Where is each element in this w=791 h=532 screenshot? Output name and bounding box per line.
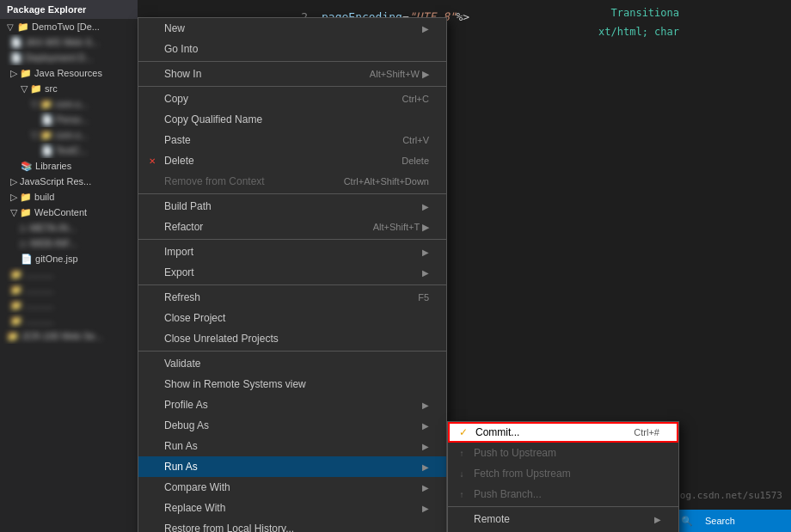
menu-item-restorelocal[interactable]: Restore from Local History...	[138, 518, 446, 532]
sidebar-item-webinf[interactable]: ▷ WEB-INF...	[0, 235, 138, 251]
menu-item-showremote[interactable]: Show in Remote Systems view	[138, 374, 446, 394]
menu-label-import: Import	[164, 246, 422, 258]
sidebar-item-testc[interactable]: 📄 TestC...	[0, 143, 138, 158]
buildpath-icon	[145, 199, 159, 213]
menu-label-validate: Validate	[164, 358, 429, 370]
menu-item-import[interactable]: Import ▶	[138, 242, 446, 262]
push-upstream-icon: ↑	[455, 446, 469, 460]
sidebar-item-label: ▽ 📁 WebContent	[10, 207, 87, 218]
sidebar-item-misc2[interactable]: 📁 ...........	[0, 282, 138, 297]
gointo-icon	[145, 42, 159, 56]
export-icon	[145, 266, 159, 279]
sidebar-item-label: ▷ 📁 build	[10, 192, 54, 203]
menu-item-buildpath[interactable]: Build Path ▶	[138, 196, 446, 217]
sidebar-item-metainf[interactable]: ▷ META-IN...	[0, 220, 138, 235]
refresh-icon	[145, 290, 159, 304]
sidebar-item-webcontent[interactable]: ▽ 📁 WebContent	[0, 205, 138, 220]
arrow-icon: ▶	[422, 483, 429, 492]
menu-item-new[interactable]: New ▶	[138, 18, 446, 39]
menu-label-buildpath: Build Path	[164, 200, 422, 212]
menu-item-validate[interactable]: Validate	[138, 353, 446, 374]
separator-1	[138, 61, 446, 62]
arrow-icon: ▶	[422, 268, 429, 278]
menu-item-replacewith[interactable]: Replace With ▶	[138, 498, 446, 518]
sidebar-item-demotwo[interactable]: ▽ 📁 DemoTwo [De...	[0, 19, 138, 34]
project-icon: ▽	[7, 22, 14, 32]
sidebar-item-jaxws[interactable]: 📄 JAX-WS Web S...	[0, 34, 138, 50]
push-branch-icon: ↑	[455, 487, 469, 501]
sidebar-item-libraries[interactable]: 📚 Libraries	[0, 158, 138, 174]
commit-icon: ✓	[457, 425, 470, 439]
sidebar-item-deployment[interactable]: 📄 Deployment D...	[0, 50, 138, 65]
menu-item-team[interactable]: Run As ▶	[138, 456, 446, 477]
separator-3	[138, 193, 446, 194]
submenu-item-push-upstream: ↑ Push to Upstream	[448, 443, 678, 463]
submenu-item-fetch-upstream: ↓ Fetch from Upstream	[448, 463, 678, 484]
menu-label-team: Run As	[164, 461, 422, 473]
menu-label-refactor: Refactor	[164, 221, 373, 233]
submenu-item-remote[interactable]: Remote ▶	[448, 509, 678, 529]
sidebar-item-perso[interactable]: 📄 Perso...	[0, 112, 138, 127]
separator-5	[138, 284, 446, 285]
sidebar-item-jcr[interactable]: 📁 JCR-100 Web Se...	[0, 328, 138, 344]
menu-label-showremote: Show in Remote Systems view	[164, 378, 429, 390]
menu-item-export[interactable]: Export ▶	[138, 262, 446, 283]
menu-item-showin[interactable]: Show In Alt+Shift+W ▶	[138, 64, 446, 84]
submenu-label-remote: Remote	[474, 513, 654, 525]
delete-shortcut: Delete	[402, 156, 429, 166]
sidebar-item-misc3[interactable]: 📁 ...........	[0, 297, 138, 313]
fetch-upstream-icon: ↓	[455, 467, 469, 480]
separator-bar: 🔍	[681, 516, 693, 527]
transitional-text: Transitiona	[611, 7, 679, 19]
char-text: xt/html; char	[598, 26, 679, 38]
menu-label-replacewith: Replace With	[164, 502, 422, 514]
menu-item-paste[interactable]: Paste Ctrl+V	[138, 130, 446, 150]
menu-label-closeproject: Close Project	[164, 312, 429, 324]
validate-icon	[145, 357, 159, 370]
sidebar-item-build[interactable]: ▷ 📁 build	[0, 189, 138, 205]
sidebar-item-coms1[interactable]: ▽ 📁 com.s...	[0, 96, 138, 112]
blurred-item: 📄 JAX-WS Web S...	[10, 37, 100, 48]
sidebar-item-label: 📁 DemoTwo [De...	[17, 21, 100, 33]
menu-item-profileas[interactable]: Profile As ▶	[138, 394, 446, 415]
menu-label-closeunrelated: Close Unrelated Projects	[164, 333, 429, 345]
sidebar-item-java-resources[interactable]: ▷ 📁 Java Resources	[0, 65, 138, 81]
sidebar-item-src[interactable]: ▽ 📁 src	[0, 81, 138, 96]
menu-item-copy[interactable]: Copy Ctrl+C	[138, 89, 446, 109]
sidebar-item-label: ▽ 📁 src	[21, 83, 58, 95]
sidebar-item-jsres[interactable]: ▷ JavaScript Res...	[0, 174, 138, 189]
menu-label-comparewith: Compare With	[164, 481, 422, 493]
removecontext-icon	[145, 174, 159, 188]
separator-2	[138, 86, 446, 87]
submenu-label-push-upstream: Push to Upstream	[474, 447, 661, 459]
menu-item-comparewith[interactable]: Compare With ▶	[138, 477, 446, 498]
blurred-item: 📄 TestC...	[41, 145, 88, 156]
menu-item-copyqualified[interactable]: Copy Qualified Name	[138, 109, 446, 130]
menu-label-refresh: Refresh	[164, 291, 418, 303]
sidebar-item-coms2[interactable]: ▽ 📁 com.s...	[0, 127, 138, 143]
menu-item-gointo[interactable]: Go Into	[138, 39, 446, 59]
menu-item-closeunrelated[interactable]: Close Unrelated Projects	[138, 328, 446, 349]
menu-item-closeproject[interactable]: Close Project	[138, 308, 446, 328]
menu-item-refresh[interactable]: Refresh F5	[138, 287, 446, 308]
refactor-icon	[145, 220, 159, 234]
submenu-item-commit[interactable]: ✓ Commit... Ctrl+#	[448, 422, 678, 443]
team-icon	[145, 460, 159, 474]
search-button[interactable]: Search	[700, 514, 740, 528]
menu-item-delete[interactable]: ✕ Delete Delete	[138, 150, 446, 171]
sidebar-item-misc4[interactable]: 📁 ...........	[0, 313, 138, 328]
menu-label-copy: Copy	[164, 93, 402, 105]
menu-label-paste: Paste	[164, 134, 402, 146]
showin-icon	[145, 67, 159, 81]
submenu-item-push-branch: ↑ Push Branch...	[448, 484, 678, 504]
refactor-shortcut: Alt+Shift+T ▶	[373, 222, 429, 233]
runas-icon	[145, 439, 159, 453]
comparewith-icon	[145, 480, 159, 494]
menu-item-debugas[interactable]: Debug As ▶	[138, 415, 446, 436]
sidebar-item-misc1[interactable]: 📁 ...........	[0, 266, 138, 282]
sidebar-item-gitone[interactable]: 📄 gitOne.jsp	[0, 251, 138, 266]
submenu-label-push-branch: Push Branch...	[474, 488, 661, 500]
blurred-item: ▷ WEB-INF...	[21, 238, 77, 249]
menu-item-runas[interactable]: Run As ▶	[138, 436, 446, 456]
menu-item-refactor[interactable]: Refactor Alt+Shift+T ▶	[138, 217, 446, 237]
